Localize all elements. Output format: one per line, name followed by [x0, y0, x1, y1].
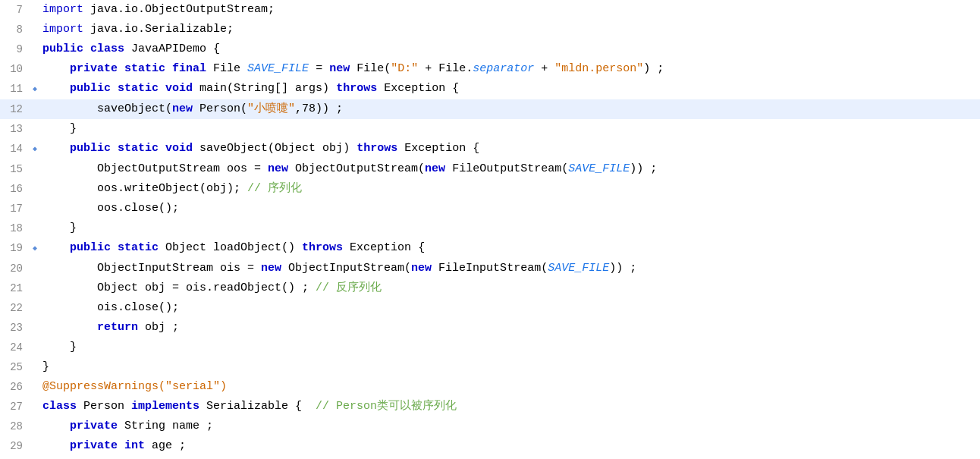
code-content: oos.close();: [41, 199, 980, 218]
code-row: 8import java.io.Serializable;: [0, 20, 980, 39]
code-token: public: [70, 241, 111, 254]
code-token: static: [118, 142, 159, 155]
code-content: import java.io.ObjectOutputStream;: [41, 0, 980, 20]
line-number: 15: [0, 159, 29, 179]
code-row: 19◆ public static Object loadObject() th…: [0, 238, 980, 259]
code-content: public static Object loadObject() throws…: [41, 238, 980, 259]
code-token: static: [118, 82, 159, 95]
code-token: [83, 42, 90, 55]
code-token: )) ;: [609, 262, 636, 275]
code-token: (: [165, 102, 172, 115]
code-token: saveObject(Object obj): [193, 142, 357, 155]
code-token: java.io.Serializable;: [83, 23, 234, 36]
code-row: 22 ois.close();: [0, 298, 980, 318]
code-content: saveObject(new Person("小喷嚏",78)) ;: [41, 99, 980, 119]
code-token: +: [534, 62, 554, 75]
code-content: }: [41, 119, 980, 139]
code-token: Exception {: [377, 82, 459, 95]
code-token: java.io.ObjectOutputStream;: [83, 3, 275, 16]
code-content: private int age ;: [41, 436, 980, 456]
code-token: [159, 82, 165, 95]
code-row: 11◆ public static void main(String[] arg…: [0, 79, 980, 99]
code-row: 25}: [0, 357, 980, 377]
code-token: @SuppressWarnings(: [42, 380, 165, 393]
line-marker: [29, 436, 41, 456]
line-number: 9: [0, 39, 29, 59]
code-row: 12 saveObject(new Person("小喷嚏",78)) ;: [0, 99, 980, 119]
code-token: throws: [302, 241, 343, 254]
code-content: }: [41, 338, 980, 357]
code-token: public: [42, 42, 83, 55]
code-token: public: [70, 82, 111, 95]
code-row: 26@SuppressWarnings("serial"): [0, 377, 980, 397]
code-token: "D:": [391, 62, 418, 75]
code-token: ObjectInputStream(: [281, 262, 411, 275]
code-row: 29 private int age ;: [0, 436, 980, 456]
code-content: public static void main(String[] args) t…: [41, 79, 980, 99]
line-number: 10: [0, 59, 29, 79]
line-number: 29: [0, 436, 29, 456]
code-token: throws: [357, 142, 397, 155]
line-marker: [29, 99, 41, 119]
line-number: 12: [0, 99, 29, 119]
line-marker: ◆: [29, 139, 41, 159]
code-token: [42, 62, 70, 75]
code-content: class Person implements Serializable { /…: [41, 397, 980, 417]
line-marker: [29, 218, 41, 238]
code-content: }: [41, 357, 980, 377]
code-content: public class JavaAPIDemo {: [41, 39, 980, 59]
code-token: static: [118, 241, 159, 254]
code-token: [42, 321, 97, 334]
code-row: 15 ObjectOutputStream oos = new ObjectOu…: [0, 159, 980, 179]
code-content: import java.io.Serializable;: [41, 20, 980, 39]
code-row: 9public class JavaAPIDemo {: [0, 39, 980, 59]
code-row: 20 ObjectInputStream ois = new ObjectInp…: [0, 259, 980, 278]
code-row: 21 Object obj = ois.readObject() ; // 反序…: [0, 278, 980, 298]
line-number: 24: [0, 338, 29, 357]
code-row: 10 private static final File SAVE_FILE =…: [0, 59, 980, 79]
code-token: public: [70, 142, 111, 155]
line-number: 16: [0, 179, 29, 199]
line-number: 22: [0, 298, 29, 318]
code-token: private: [70, 439, 118, 452]
code-content: ObjectInputStream ois = new ObjectInputS…: [41, 259, 980, 278]
line-marker: ◆: [29, 456, 41, 459]
code-token: FileInputStream(: [432, 262, 548, 275]
code-token: import: [42, 23, 83, 36]
code-token: [118, 62, 124, 75]
code-token: final: [172, 62, 206, 75]
line-number: 8: [0, 20, 29, 39]
code-row: 24 }: [0, 338, 980, 357]
code-row: 30◆ public Person(String name, int age) …: [0, 456, 980, 459]
line-marker: ◆: [29, 79, 41, 99]
code-token: [42, 420, 70, 432]
code-token: static: [124, 62, 165, 75]
line-marker: [29, 159, 41, 179]
code-token: Serializable {: [199, 400, 316, 413]
line-number: 25: [0, 357, 29, 377]
code-token: void: [165, 142, 193, 155]
code-token: age ;: [145, 439, 186, 452]
code-row: 27class Person implements Serializable {…: [0, 397, 980, 417]
code-token: oos.close();: [42, 202, 179, 215]
code-content: }: [41, 218, 980, 238]
code-content: private String name ;: [41, 417, 980, 436]
line-number: 21: [0, 278, 29, 298]
line-number: 28: [0, 417, 29, 436]
code-row: 13 }: [0, 119, 980, 139]
code-token: // 序列化: [247, 182, 302, 195]
code-token: SAVE_FILE: [548, 262, 609, 275]
line-marker: [29, 39, 41, 59]
code-token: }: [42, 222, 77, 234]
code-token: [111, 241, 118, 254]
code-content: ois.close();: [41, 298, 980, 318]
code-token: ,78)) ;: [295, 102, 343, 115]
code-token: File(: [350, 62, 391, 75]
code-token: separator: [473, 62, 534, 75]
code-token: Person: [77, 400, 131, 413]
code-token: ): [220, 380, 227, 393]
line-marker: ◆: [29, 238, 41, 259]
line-number: 7: [0, 0, 29, 20]
line-marker: [29, 417, 41, 436]
line-number: 20: [0, 259, 29, 278]
